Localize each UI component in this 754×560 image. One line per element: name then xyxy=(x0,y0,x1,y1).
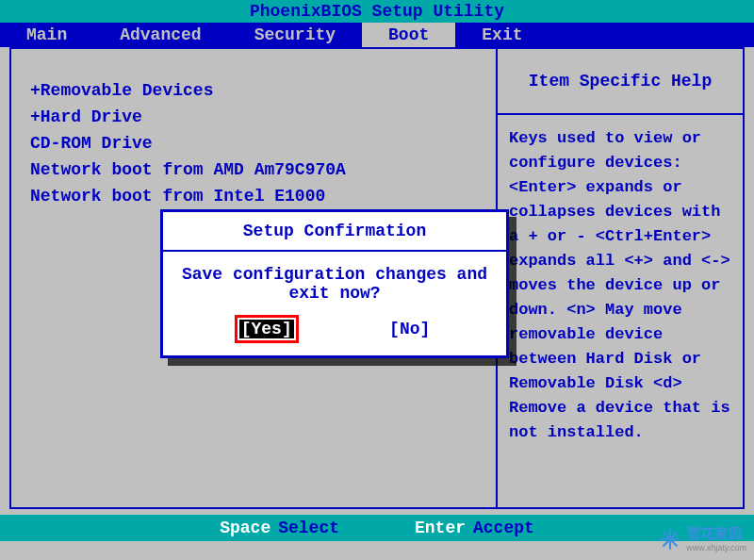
yes-button[interactable]: [Yes] xyxy=(239,320,294,338)
snowflake-icon xyxy=(658,527,682,552)
boot-item[interactable]: Network boot from Intel E1000 xyxy=(30,183,477,209)
watermark-text: 雪花家园 xyxy=(686,525,743,541)
help-text: Keys used to view or configure devices: … xyxy=(498,115,743,456)
svg-point-0 xyxy=(668,536,672,540)
menu-boot[interactable]: Boot xyxy=(362,23,455,47)
no-button[interactable]: [No] xyxy=(389,320,430,338)
menu-advanced[interactable]: Advanced xyxy=(93,23,227,47)
dialog-title: Setup Confirmation xyxy=(163,212,506,252)
footer-key: Space xyxy=(220,519,270,537)
boot-item[interactable]: +Hard Drive xyxy=(30,104,477,130)
help-title: Item Specific Help xyxy=(498,49,743,115)
dialog-buttons: [Yes] [No] xyxy=(163,312,506,355)
footer-key: Enter xyxy=(415,519,466,537)
footer-bar: Space Select Enter Accept xyxy=(0,515,754,541)
boot-item[interactable]: Network boot from AMD Am79C970A xyxy=(30,156,477,183)
bios-setup-screen: PhoenixBIOS Setup Utility Main Advanced … xyxy=(0,0,754,560)
menu-exit[interactable]: Exit xyxy=(455,23,549,47)
footer-label: Accept xyxy=(473,519,534,537)
help-panel: Item Specific Help Keys used to view or … xyxy=(498,49,743,507)
watermark-url: www.xhjaty.com xyxy=(686,543,746,552)
watermark: 雪花家园 www.xhjaty.com xyxy=(658,525,746,552)
menu-main[interactable]: Main xyxy=(0,23,93,47)
footer-hint-accept: Enter Accept xyxy=(415,519,534,537)
boot-item[interactable]: CD-ROM Drive xyxy=(30,130,477,156)
menu-bar: Main Advanced Security Boot Exit xyxy=(0,23,754,47)
boot-item[interactable]: +Removable Devices xyxy=(30,77,477,104)
title-bar: PhoenixBIOS Setup Utility xyxy=(0,0,754,23)
footer-hint-select: Space Select xyxy=(220,519,339,537)
dialog-message: Save configuration changes and exit now? xyxy=(163,252,506,312)
menu-security[interactable]: Security xyxy=(228,23,362,47)
footer-label: Select xyxy=(278,519,339,537)
setup-confirmation-dialog: Setup Confirmation Save configuration ch… xyxy=(160,209,509,358)
